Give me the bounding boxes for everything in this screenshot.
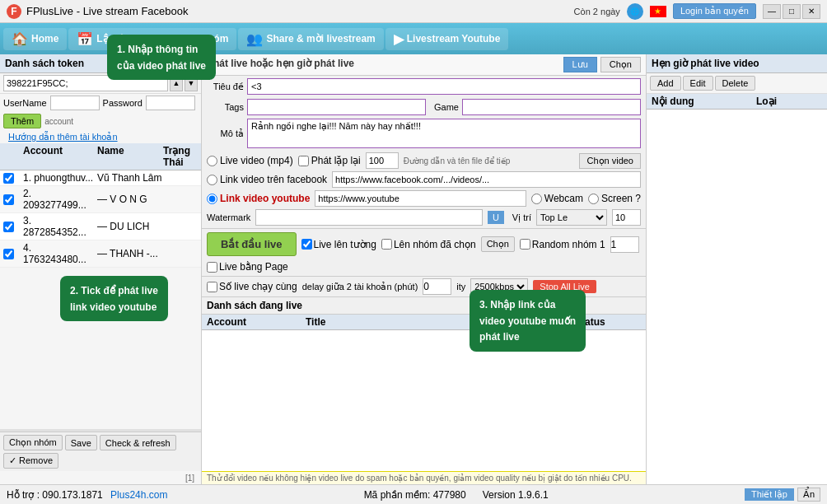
vi-tri-label: Vị trí xyxy=(512,212,531,223)
position-num-input[interactable] xyxy=(612,209,641,226)
maximize-button[interactable]: □ xyxy=(783,4,801,19)
them-button[interactable]: Thêm xyxy=(3,114,41,128)
position-select[interactable]: Top Le Top Right Bottom Le Bottom Right xyxy=(536,209,607,226)
fb-link-option[interactable]: Link video trên facebook xyxy=(207,174,327,185)
watermark-input[interactable] xyxy=(255,209,483,226)
youtube-link-radio[interactable] xyxy=(207,194,217,204)
fb-link-input[interactable] xyxy=(332,171,641,188)
live-page-checkbox[interactable] xyxy=(207,262,217,273)
version-info: Version 1.9.6.1 xyxy=(483,489,549,501)
col-status: Trạng Thái xyxy=(163,145,198,168)
save-button[interactable]: Save xyxy=(65,435,97,450)
tags-row: Tags Game xyxy=(202,97,646,117)
phat-lap-input[interactable] xyxy=(366,152,399,169)
sidebar-table-header: Nội dung Loại xyxy=(647,94,827,110)
random-nhom-label[interactable]: Random nhóm 1 xyxy=(520,239,605,250)
token-list-title: Danh sách token xyxy=(5,58,84,69)
callout-step2: 2. Tick để phát livelink video youtube xyxy=(60,276,168,321)
so-live-label[interactable]: Số live chạy cùng xyxy=(207,281,297,292)
live-page-label[interactable]: Live bằng Page xyxy=(207,261,288,273)
them-row: Thêm account xyxy=(0,112,201,130)
add-account-hint: account xyxy=(44,117,73,126)
thiet-lap-button[interactable]: Thiết lập xyxy=(745,488,794,501)
live-tuong-checkbox-label[interactable]: Live lên tường xyxy=(301,239,376,250)
mo-ta-input[interactable]: Rảnh ngồi nghe lại!!! Năm này hay nhất!!… xyxy=(247,119,641,148)
live-video-option[interactable]: Live video (mp4) xyxy=(207,155,293,166)
account-name-4: — THANH -... xyxy=(97,248,163,259)
chon-nhom-live-btn[interactable]: Chọn xyxy=(481,236,515,252)
watermark-upload-btn[interactable]: U xyxy=(488,211,504,224)
tieu-de-row: Tiêu đề xyxy=(202,76,646,97)
username-input[interactable] xyxy=(50,96,100,110)
so-live-checkbox[interactable] xyxy=(207,282,217,292)
password-input[interactable] xyxy=(146,96,195,110)
live-video-radio[interactable] xyxy=(207,156,217,166)
footer: Hỗ trợ : 090.173.1871 Plus24h.com Mã phầ… xyxy=(0,484,827,504)
live-col-title: Title xyxy=(306,316,493,328)
webcam-radio[interactable] xyxy=(531,194,542,204)
random-count-input[interactable] xyxy=(610,236,639,253)
account-checkbox-3[interactable] xyxy=(3,222,14,232)
start-live-button[interactable]: Bắt đầu live xyxy=(207,232,297,256)
globe-icon[interactable]: 🌐 xyxy=(627,3,643,20)
youtube-link-option[interactable]: Link video youtube xyxy=(207,193,310,204)
ma-phan-mem: Mã phần mềm: 477980 xyxy=(364,489,466,501)
check-refresh-button[interactable]: Check & refresh xyxy=(100,435,176,450)
tieu-de-input[interactable] xyxy=(247,78,641,95)
watermark-row: Watermark U Vị trí Top Le Top Right Bott… xyxy=(207,209,641,226)
account-row[interactable]: 1. phuongthuv... Vũ Thanh Lâm xyxy=(0,170,201,186)
phat-lap-checkbox[interactable] xyxy=(298,156,309,166)
nav-home-label: Home xyxy=(31,33,58,44)
col-account: Account xyxy=(23,145,97,168)
plus24h-link[interactable]: Plus24h.com xyxy=(110,489,167,501)
account-row[interactable]: 3. 2872854352... — DU LICH xyxy=(0,213,201,240)
account-name-1: Vũ Thanh Lâm xyxy=(97,172,163,184)
flag-icon[interactable]: ★ xyxy=(650,6,666,17)
config-header: Phát live hoặc hẹn giờ phát live Lưu Chọ… xyxy=(202,54,646,76)
sidebar-col-loai: Loại xyxy=(756,96,822,107)
game-input[interactable] xyxy=(462,99,641,115)
login-button[interactable]: Login bản quyền xyxy=(673,3,756,19)
nav-share[interactable]: 👥 Share & mời livestream xyxy=(238,28,383,50)
screen-radio[interactable] xyxy=(588,194,599,204)
close-button[interactable]: ✕ xyxy=(802,4,820,19)
account-row[interactable]: 2. 2093277499... — V O N G xyxy=(0,186,201,213)
fb-link-radio[interactable] xyxy=(207,175,217,185)
account-row[interactable]: 4. 1763243480... — THANH -... xyxy=(0,240,201,268)
home-icon: 🏠 xyxy=(12,31,28,47)
nav-home[interactable]: 🏠 Home xyxy=(3,28,67,50)
webcam-option[interactable]: Webcam xyxy=(531,193,583,204)
nav-youtube[interactable]: ▶ Livestream Youtube xyxy=(385,28,509,50)
edit-schedule-button[interactable]: Edit xyxy=(683,76,713,91)
youtube-icon: ▶ xyxy=(394,31,404,47)
chon-nhom-button[interactable]: Chọn nhóm xyxy=(3,435,63,450)
delay-input[interactable] xyxy=(423,278,451,295)
screen-option[interactable]: Screen ? xyxy=(588,193,641,204)
account-checkbox-1[interactable] xyxy=(3,173,14,184)
delete-schedule-button[interactable]: Delete xyxy=(715,76,756,91)
video-row-2: Link video trên facebook xyxy=(207,171,641,188)
random-nhom-checkbox[interactable] xyxy=(520,239,530,250)
live-nhom-checkbox[interactable] xyxy=(381,239,392,250)
remove-button[interactable]: ✓ Remove xyxy=(3,453,58,469)
minimize-button[interactable]: — xyxy=(763,4,781,19)
config-section-title: Phát live hoặc hẹn giờ phát live xyxy=(207,58,354,69)
quality-label: ity xyxy=(456,282,465,292)
live-nhom-checkbox-label[interactable]: Lên nhóm đã chọn xyxy=(381,239,476,250)
add-schedule-button[interactable]: Add xyxy=(650,76,681,91)
an-button[interactable]: Ẩn xyxy=(797,488,820,502)
live-table-body xyxy=(202,330,646,471)
account-checkbox-2[interactable] xyxy=(3,194,14,205)
share-icon: 👥 xyxy=(246,31,263,47)
app-icon: F xyxy=(7,4,21,19)
tags-input[interactable] xyxy=(247,99,426,115)
guide-link[interactable]: Hướng dẫn thêm tài khoản xyxy=(3,131,123,142)
luu-button[interactable]: Lưu xyxy=(563,57,597,72)
account-checkbox-4[interactable] xyxy=(3,249,14,259)
live-col-account: Account xyxy=(207,316,306,328)
chon-button[interactable]: Chọn xyxy=(600,57,641,72)
live-tuong-checkbox[interactable] xyxy=(301,239,312,250)
game-label: Game xyxy=(434,102,459,112)
youtube-link-input[interactable] xyxy=(315,190,526,207)
chon-video-button[interactable]: Chọn video xyxy=(579,153,641,169)
